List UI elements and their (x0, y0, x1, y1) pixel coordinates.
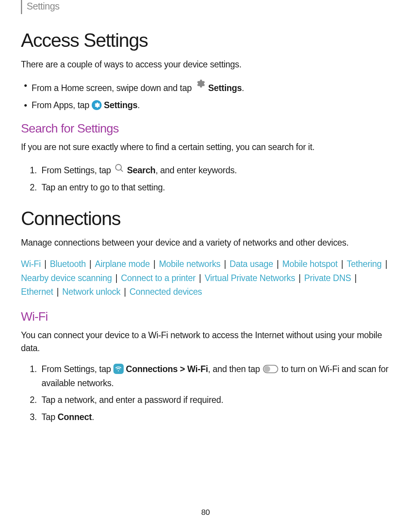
wifi-step-2: Tap a network, and enter a password if r… (39, 393, 390, 407)
heading-connections: Connections (21, 208, 390, 230)
search-icon (114, 161, 124, 175)
link-airplane[interactable]: Airplane mode (95, 259, 150, 269)
link-vpn[interactable]: Virtual Private Networks (205, 273, 295, 283)
wifi-step-1: From Settings, tap Connections > Wi-Fi, … (39, 362, 390, 390)
para-connections-intro: Manage connections between your device a… (21, 236, 390, 249)
wifi-step-3: Tap Connect. (39, 410, 390, 424)
link-wifi[interactable]: Wi-Fi (21, 259, 41, 269)
heading-wifi: Wi-Fi (21, 310, 390, 324)
svg-line-1 (120, 169, 123, 172)
svg-point-0 (115, 165, 121, 170)
link-mobile-hotspot[interactable]: Mobile hotspot (282, 259, 338, 269)
header-text: Settings (27, 1, 59, 11)
para-wifi-intro: You can connect your device to a Wi-Fi n… (21, 329, 390, 355)
link-tethering[interactable]: Tethering (347, 259, 382, 269)
link-connected-devices[interactable]: Connected devices (129, 287, 202, 297)
gear-icon (195, 78, 205, 93)
link-network-unlock[interactable]: Network unlock (62, 287, 120, 297)
settings-app-icon (92, 100, 102, 110)
link-mobile-networks[interactable]: Mobile networks (159, 259, 221, 269)
connections-links: Wi-Fi | Bluetooth | Airplane mode | Mobi… (21, 257, 390, 299)
breadcrumb-header: Settings (21, 0, 390, 14)
link-private-dns[interactable]: Private DNS (304, 273, 351, 283)
link-ethernet[interactable]: Ethernet (21, 287, 53, 297)
toggle-icon (263, 365, 278, 373)
para-access-intro: There are a couple of ways to access you… (21, 58, 390, 71)
wifi-steps: From Settings, tap Connections > Wi-Fi, … (21, 362, 390, 424)
page-number: 80 (0, 508, 411, 517)
heading-access-settings: Access Settings (21, 29, 390, 51)
bullet-from-apps: From Apps, tap Settings. (32, 98, 390, 112)
link-nearby[interactable]: Nearby device scanning (21, 273, 112, 283)
heading-search-settings: Search for Settings (21, 121, 390, 136)
para-search-intro: If you are not sure exactly where to fin… (21, 141, 390, 153)
link-printer[interactable]: Connect to a printer (121, 273, 196, 283)
link-data-usage[interactable]: Data usage (229, 259, 273, 269)
search-step-1: From Settings, tap Search, and enter key… (39, 161, 390, 177)
access-bullets: From a Home screen, swipe down and tap S… (21, 78, 390, 112)
connections-app-icon (113, 364, 124, 374)
search-steps: From Settings, tap Search, and enter key… (21, 161, 390, 194)
link-bluetooth[interactable]: Bluetooth (50, 259, 86, 269)
search-step-2: Tap an entry to go to that setting. (39, 181, 390, 195)
bullet-home-screen: From a Home screen, swipe down and tap S… (32, 78, 390, 95)
